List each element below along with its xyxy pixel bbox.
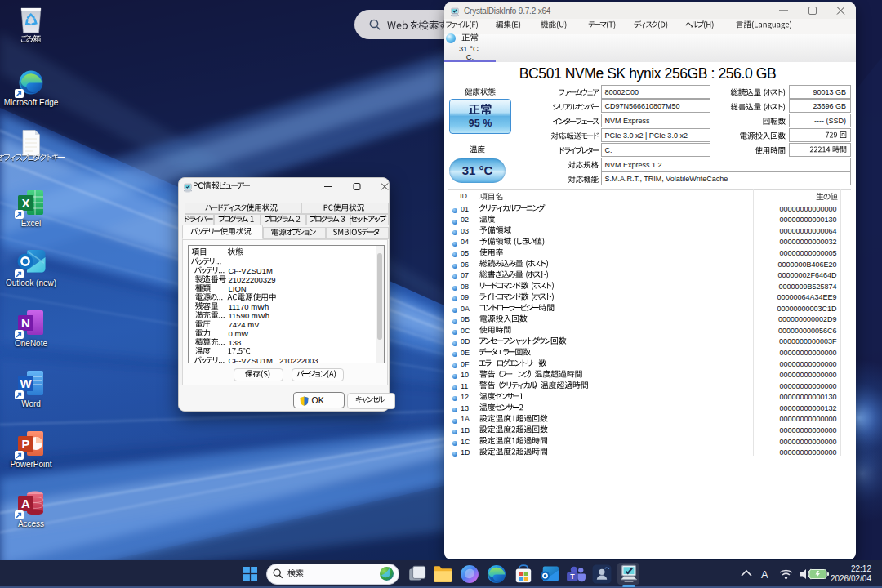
svg-text:N: N [21,316,30,330]
svg-text:P: P [21,437,29,451]
svg-text:T: T [570,572,575,581]
svg-text:A: A [21,497,30,510]
svg-text:A: A [761,568,768,581]
svg-text:X: X [21,196,29,210]
svg-text:W: W [20,376,32,390]
